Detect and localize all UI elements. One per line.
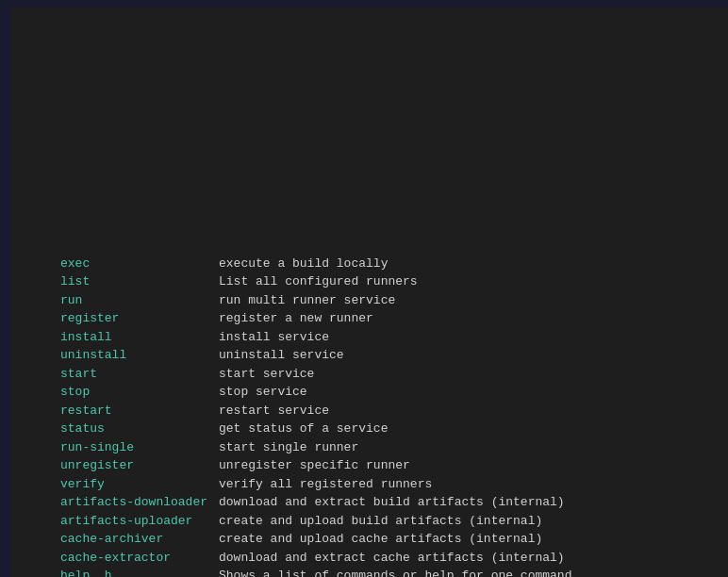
cmd-item-desc: run multi runner service — [219, 293, 395, 307]
cmd-item-name: uninstall — [30, 346, 219, 365]
cmd-item-desc: unregister specific runner — [219, 458, 410, 472]
cmd-item-name: verify — [30, 475, 219, 494]
command-row: run-singlestart single runner — [23, 438, 728, 457]
cmd-item-desc: register a new runner — [219, 311, 373, 325]
cmd-item-desc: Shows a list of commands or help for one… — [219, 569, 571, 577]
cmd-item-name: list — [30, 272, 219, 291]
command-row: registerregister a new runner — [23, 309, 728, 328]
cmd-item-name: status — [30, 420, 219, 438]
cmd-item-name: help, h — [30, 567, 219, 577]
command-row: statusget status of a service — [23, 420, 728, 438]
cmd-item-desc: execute a build locally — [219, 256, 388, 271]
cmd-item-desc: restart service — [219, 404, 329, 418]
cmd-item-desc: List all configured runners — [219, 274, 418, 288]
cmd-item-name: stop — [30, 383, 219, 402]
command-row: stopstop service — [23, 383, 728, 402]
cmd-item-name: restart — [30, 402, 219, 420]
command-row: help, hShows a list of commands or help … — [23, 567, 728, 577]
command-row: execexecute a build locally — [23, 255, 728, 273]
cmd-item-name: register — [30, 309, 219, 328]
command-row: unregisterunregister specific runner — [23, 456, 728, 475]
cmd-item-desc: uninstall service — [219, 348, 344, 362]
cmd-item-desc: create and upload cache artifacts (inter… — [219, 532, 542, 546]
cmd-item-name: artifacts-downloader — [30, 493, 219, 512]
command-row: runrun multi runner service — [23, 291, 728, 310]
command-row: uninstalluninstall service — [23, 346, 728, 365]
cmd-item-desc: create and upload build artifacts (inter… — [219, 514, 542, 528]
command-row: artifacts-uploadercreate and upload buil… — [23, 512, 728, 531]
terminal-window: const data = JSON.parse(document.getElem… — [11, 8, 728, 577]
cmd-item-name: cache-archiver — [30, 530, 219, 549]
cmd-item-desc: download and extract cache artifacts (in… — [219, 551, 565, 565]
command-row: installinstall service — [23, 328, 728, 347]
cmd-item-desc: start service — [219, 367, 314, 381]
commands-list: const data = JSON.parse(document.getElem… — [23, 255, 728, 578]
cmd-item-desc: install service — [219, 330, 329, 344]
cmd-item-name: exec — [30, 255, 219, 273]
command-row: artifacts-downloaderdownload and extract… — [23, 493, 728, 512]
cmd-item-desc: download and extract build artifacts (in… — [219, 495, 565, 509]
command-row: cache-archivercreate and upload cache ar… — [23, 530, 728, 549]
cmd-item-name: install — [30, 328, 219, 347]
cmd-item-name: cache-extractor — [30, 549, 219, 568]
command-row: restartrestart service — [23, 402, 728, 420]
cmd-item-name: start — [30, 365, 219, 384]
cmd-item-name: run — [30, 291, 219, 310]
command-row: listList all configured runners — [23, 272, 728, 291]
cmd-item-desc: stop service — [219, 385, 307, 399]
cmd-item-name: artifacts-uploader — [30, 512, 219, 531]
cmd-item-name: run-single — [30, 438, 219, 457]
command-row: startstart service — [23, 365, 728, 384]
command-row: cache-extractordownload and extract cach… — [23, 549, 728, 568]
cmd-item-desc: get status of a service — [219, 421, 388, 436]
cmd-item-desc: verify all registered runners — [219, 477, 432, 491]
cmd-item-name: unregister — [30, 456, 219, 475]
cmd-item-desc: start single runner — [219, 440, 358, 454]
command-row: verifyverify all registered runners — [23, 475, 728, 494]
